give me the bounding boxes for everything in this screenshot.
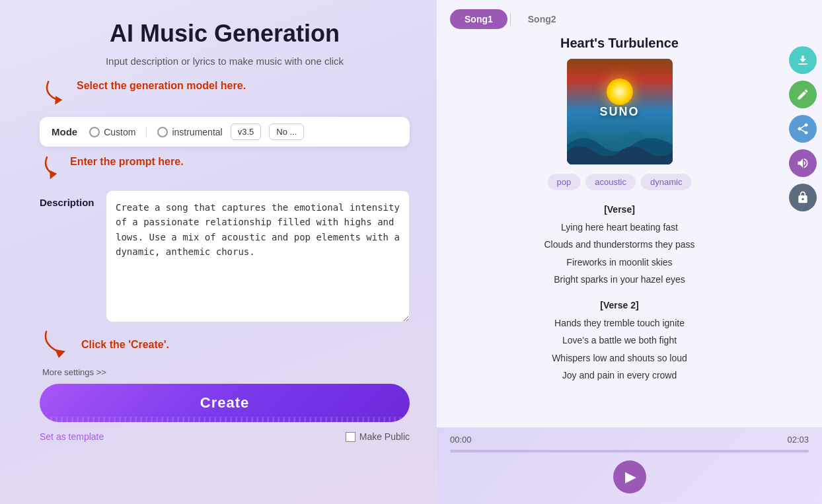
custom-label: Custom	[104, 127, 135, 137]
play-row: ▶	[450, 460, 809, 493]
tab-divider	[510, 13, 511, 26]
song-cover: SUNO	[567, 59, 673, 164]
description-row: Description Create a song that captures …	[40, 190, 410, 322]
download-button[interactable]	[789, 46, 817, 74]
audio-button[interactable]	[789, 149, 817, 177]
mode-label: Mode	[52, 126, 77, 137]
lyrics-verse2: [Verse 2] Hands they tremble touch ignit…	[457, 297, 782, 384]
verse1-line4: Bright sparks in your hazel eyes	[457, 271, 782, 289]
tag-pop: pop	[548, 174, 581, 190]
instrumental-radio[interactable]	[157, 127, 168, 137]
version-dropdown[interactable]: v3.5	[231, 124, 262, 140]
right-actions	[784, 40, 822, 218]
more-settings-link[interactable]: More settings >>	[42, 367, 410, 377]
verse1-line2: Clouds and thunderstorms they pass	[457, 236, 782, 254]
time-row: 00:00 02:03	[450, 435, 809, 445]
make-public-row: Make Public	[346, 431, 410, 442]
description-input[interactable]: Create a song that captures the emotiona…	[106, 190, 410, 322]
set-template-link[interactable]: Set as template	[40, 431, 104, 442]
verse1-heading: [Verse]	[457, 201, 782, 219]
verse2-heading: [Verse 2]	[457, 297, 782, 314]
prompt-annotation: Enter the prompt here.	[40, 156, 410, 182]
verse1-line3: Fireworks in moonlit skies	[457, 254, 782, 271]
cover-sun	[607, 79, 633, 105]
tags-row: pop acoustic dynamic	[548, 174, 692, 190]
prompt-arrow-icon	[38, 154, 68, 184]
page-subtitle: Input description or lyrics to make musi…	[40, 55, 410, 67]
verse1-line1: Lying here heart beating fast	[457, 219, 782, 236]
instrumental-toggle[interactable]: instrumental	[157, 127, 222, 137]
mode-divider	[146, 126, 147, 138]
progress-bar[interactable]	[450, 450, 809, 452]
description-label: Description	[40, 197, 99, 208]
model-annotation: Select the generation model here.	[40, 80, 410, 109]
custom-toggle[interactable]: Custom	[89, 127, 135, 137]
song-tabs: Song1 Song2	[437, 0, 822, 29]
create-annotation-text: Click the 'Create'.	[81, 339, 169, 351]
verse2-line1: Hands they tremble touch ignite	[457, 314, 782, 332]
custom-radio[interactable]	[89, 127, 100, 137]
style-dropdown[interactable]: No ...	[269, 124, 304, 140]
suno-badge: SUNO	[599, 105, 639, 119]
create-button[interactable]: Create	[40, 384, 410, 422]
instrumental-label: instrumental	[172, 127, 222, 137]
play-button[interactable]: ▶	[613, 460, 646, 493]
player-bar: 00:00 02:03 ▶	[437, 427, 822, 504]
verse2-line4: Joy and pain in every crowd	[457, 367, 782, 384]
lyrics-verse1: [Verse] Lying here heart beating fast Cl…	[457, 201, 782, 289]
make-public-checkbox[interactable]	[346, 432, 355, 442]
cover-waves-icon	[567, 112, 673, 164]
prompt-annotation-text: Enter the prompt here.	[70, 156, 184, 168]
current-time: 00:00	[450, 435, 472, 445]
edit-button[interactable]	[789, 81, 817, 108]
tab-song2[interactable]: Song2	[513, 9, 571, 29]
song-content: Heart's Turbulence SUNO pop acoustic dyn…	[437, 29, 822, 427]
verse2-line2: Love's a battle we both fight	[457, 332, 782, 349]
tag-acoustic: acoustic	[585, 174, 636, 190]
share-button[interactable]	[789, 115, 817, 143]
tag-dynamic: dynamic	[641, 174, 691, 190]
verse2-line3: Whispers low and shouts so loud	[457, 349, 782, 367]
page-title: AI Music Generation	[40, 20, 410, 48]
lock-button[interactable]	[789, 184, 817, 211]
create-arrow-icon	[40, 329, 76, 361]
bottom-row: Set as template Make Public	[40, 431, 410, 442]
right-panel: Song1 Song2 Heart's Turbulence SUNO pop …	[436, 0, 822, 504]
make-public-label: Make Public	[359, 431, 410, 442]
total-time: 02:03	[787, 435, 809, 445]
mode-row: Mode Custom instrumental v3.5 No ...	[40, 117, 410, 147]
song-title: Heart's Turbulence	[560, 36, 679, 51]
model-annotation-text: Select the generation model here.	[77, 80, 246, 92]
tab-song1[interactable]: Song1	[450, 9, 507, 29]
model-arrow-icon	[38, 77, 75, 112]
left-panel: AI Music Generation Input description or…	[0, 0, 436, 504]
svg-marker-1	[46, 170, 57, 181]
lyrics: [Verse] Lying here heart beating fast Cl…	[457, 201, 782, 392]
